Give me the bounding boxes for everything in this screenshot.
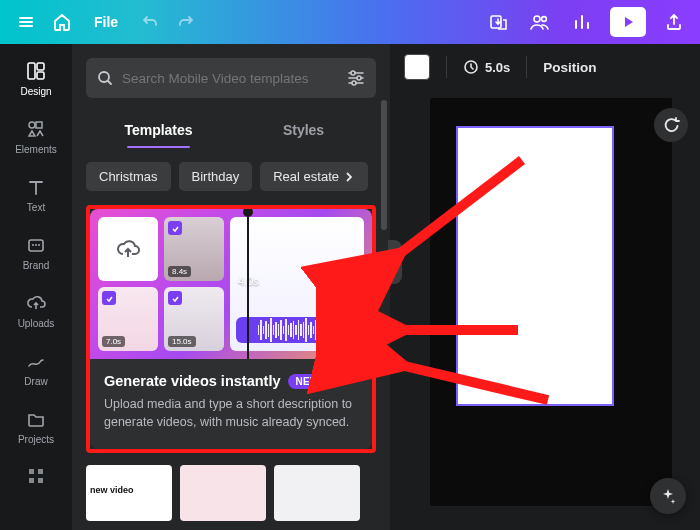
redo-icon — [177, 13, 195, 31]
canvas-page[interactable] — [458, 128, 612, 404]
divider — [526, 56, 527, 78]
menu-button[interactable] — [12, 8, 40, 36]
rail-draw[interactable]: Draw — [0, 340, 72, 396]
import-button[interactable] — [484, 8, 512, 36]
svg-point-6 — [29, 122, 35, 128]
sparkle-icon — [659, 487, 677, 505]
rail-label: Elements — [15, 144, 57, 155]
magic-button[interactable] — [650, 478, 686, 514]
search-icon — [96, 69, 114, 87]
card-preview: 8.4s 4.0s 7.0s — [90, 209, 372, 359]
rail-label: Brand — [23, 260, 50, 271]
rail-design[interactable]: Design — [0, 50, 72, 106]
chip-christmas[interactable]: Christmas — [86, 162, 171, 191]
draw-icon — [25, 350, 47, 372]
refresh-button[interactable] — [654, 108, 688, 142]
collaborators-button[interactable] — [526, 8, 554, 36]
background-color-swatch[interactable] — [404, 54, 430, 80]
undo-icon — [141, 13, 159, 31]
audio-waveform — [236, 317, 358, 343]
text-icon — [25, 176, 47, 198]
tab-templates[interactable]: Templates — [86, 112, 231, 150]
svg-rect-7 — [36, 122, 42, 128]
generate-videos-card[interactable]: 8.4s 4.0s 7.0s — [90, 209, 372, 449]
home-button[interactable] — [48, 8, 76, 36]
rail-uploads[interactable]: Uploads — [0, 282, 72, 338]
svg-point-18 — [357, 76, 361, 80]
svg-point-19 — [352, 81, 356, 85]
people-icon — [529, 12, 551, 32]
search-bar[interactable] — [86, 58, 376, 98]
panel-tabs: Templates Styles — [86, 112, 376, 150]
cloud-upload-icon — [114, 235, 142, 263]
template-thumbnail[interactable] — [180, 465, 266, 521]
rail-brand[interactable]: Brand — [0, 224, 72, 280]
check-icon — [168, 221, 182, 235]
hamburger-icon — [17, 13, 35, 31]
bar-chart-icon — [572, 12, 592, 32]
duration-value: 5.0s — [485, 60, 510, 75]
panel-collapse-handle[interactable] — [388, 240, 402, 284]
analytics-button[interactable] — [568, 8, 596, 36]
svg-rect-14 — [29, 478, 34, 483]
category-chips: Christmas Birthday Real estate — [86, 162, 376, 191]
divider — [446, 56, 447, 78]
refresh-icon — [662, 116, 680, 134]
template-thumbnails — [86, 465, 376, 530]
media-tile: 8.4s — [164, 217, 224, 281]
folder-icon — [25, 408, 47, 430]
svg-point-1 — [534, 16, 540, 22]
svg-point-17 — [351, 71, 355, 75]
clock-icon — [463, 59, 479, 75]
rail-apps[interactable] — [0, 456, 72, 496]
canvas-area: 5.0s Position — [390, 44, 700, 530]
cloud-upload-icon — [25, 292, 47, 314]
shapes-icon — [25, 118, 47, 140]
tile-duration: 8.4s — [168, 266, 191, 277]
card-description: Upload media and type a short descriptio… — [104, 395, 358, 431]
svg-rect-12 — [29, 469, 34, 474]
new-badge: NEW — [288, 374, 326, 389]
redo-button[interactable] — [172, 8, 200, 36]
template-thumbnail[interactable] — [86, 465, 172, 521]
page-duration[interactable]: 5.0s — [463, 59, 510, 75]
file-menu[interactable]: File — [84, 8, 128, 36]
rail-elements[interactable]: Elements — [0, 108, 72, 164]
chevron-right-icon — [343, 171, 355, 183]
check-icon — [168, 291, 182, 305]
svg-point-10 — [35, 244, 37, 246]
editor-stage[interactable] — [430, 98, 672, 506]
svg-rect-5 — [37, 72, 44, 79]
present-button[interactable] — [610, 7, 646, 37]
position-button[interactable]: Position — [543, 60, 596, 75]
chip-birthday[interactable]: Birthday — [179, 162, 253, 191]
template-thumbnail[interactable] — [274, 465, 360, 521]
play-icon — [621, 15, 635, 29]
share-icon — [664, 12, 684, 32]
playhead-indicator — [247, 209, 249, 359]
search-input[interactable] — [122, 71, 338, 86]
tile-duration: 15.0s — [168, 336, 196, 347]
rail-label: Design — [20, 86, 51, 97]
feature-card-highlight: 8.4s 4.0s 7.0s — [86, 205, 376, 453]
sidebar-rail: Design Elements Text Brand Uploads Draw … — [0, 44, 72, 530]
chip-realestate[interactable]: Real estate — [260, 162, 368, 191]
rail-text[interactable]: Text — [0, 166, 72, 222]
home-icon — [52, 12, 72, 32]
svg-point-11 — [38, 244, 40, 246]
filter-icon[interactable] — [346, 69, 366, 87]
share-button[interactable] — [660, 8, 688, 36]
templates-icon — [25, 60, 47, 82]
tab-styles[interactable]: Styles — [231, 112, 376, 150]
svg-rect-15 — [38, 478, 43, 483]
upload-tile — [98, 217, 158, 281]
undo-button[interactable] — [136, 8, 164, 36]
svg-point-9 — [32, 244, 34, 246]
top-toolbar: File — [0, 0, 700, 44]
svg-rect-3 — [28, 63, 35, 79]
media-tile: 7.0s — [98, 287, 158, 351]
rail-projects[interactable]: Projects — [0, 398, 72, 454]
rail-label: Projects — [18, 434, 54, 445]
side-panel: Templates Styles Christmas Birthday Real… — [72, 44, 390, 530]
svg-point-2 — [542, 17, 547, 22]
